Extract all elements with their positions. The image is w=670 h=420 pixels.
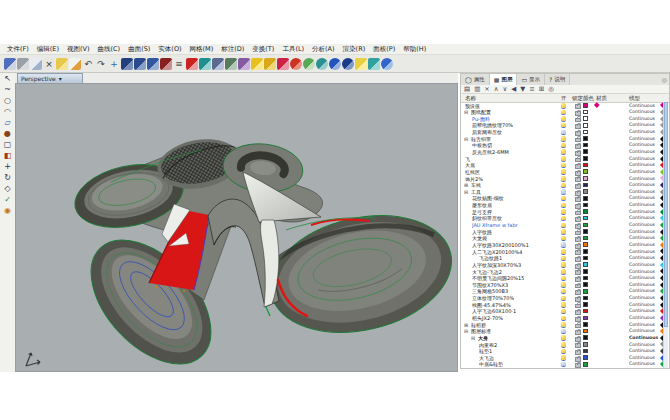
layer-color-swatch[interactable] xyxy=(583,302,588,307)
layer-color-swatch[interactable] xyxy=(583,289,588,294)
layer-on-bulb-icon[interactable] xyxy=(561,276,566,281)
move-down-icon[interactable]: ∨ xyxy=(503,85,508,93)
layer-color-swatch[interactable] xyxy=(583,116,588,121)
layer-color-swatch[interactable] xyxy=(583,269,588,274)
layer-linetype[interactable]: Continuous xyxy=(629,282,655,288)
layer-color-swatch[interactable] xyxy=(583,256,588,261)
layer-row[interactable]: 鞋垫1Continuous xyxy=(461,348,667,355)
panel-tab-图层[interactable]: ▦图层 xyxy=(490,74,518,85)
print-icon[interactable] xyxy=(17,58,29,70)
layer-row[interactable]: 红线区Continuous xyxy=(461,168,667,175)
delete-icon[interactable]: × xyxy=(43,58,55,70)
layer-on-bulb-icon[interactable] xyxy=(561,355,566,360)
layer-row[interactable]: 人字纹路30X200100%1Continuous xyxy=(461,241,667,248)
layer-lock-icon[interactable] xyxy=(575,363,581,368)
layer-color-swatch[interactable] xyxy=(583,322,588,327)
layer-on-bulb-icon[interactable] xyxy=(561,183,566,188)
layer-row[interactable]: 前帮电绣纹理70%Continuous xyxy=(461,122,667,129)
menu-item[interactable]: 工具(L) xyxy=(278,44,308,54)
layer-color-swatch[interactable] xyxy=(583,123,588,128)
menu-item[interactable]: 标注(D) xyxy=(217,44,248,54)
new-layer-icon[interactable]: ▤ xyxy=(464,85,470,93)
layer-row[interactable]: 飞边纹路1Continuous xyxy=(461,255,667,262)
expander-icon[interactable]: ⊟ xyxy=(464,189,468,195)
layer-on-bulb-icon[interactable] xyxy=(561,223,566,228)
layer-row[interactable]: 飞Continuous xyxy=(461,155,667,162)
layer-color-swatch[interactable] xyxy=(583,103,588,108)
layer-row[interactable]: 线圈-45.47%4%Continuous xyxy=(461,301,667,308)
layer-on-bulb-icon[interactable] xyxy=(561,116,566,121)
layer-row[interactable]: 楦头JX2-70%Continuous xyxy=(461,315,667,322)
delete-layer-icon[interactable]: × xyxy=(484,85,489,93)
layer-on-bulb-icon[interactable] xyxy=(561,130,566,135)
undo-icon[interactable]: ↶ xyxy=(82,58,94,70)
layer-on-bulb-icon[interactable] xyxy=(561,103,566,108)
expand-all-icon[interactable]: ⊞ xyxy=(539,85,544,93)
layer-row[interactable]: 大飞边-飞边2Continuous xyxy=(461,268,667,275)
expander-icon[interactable]: ⊞ xyxy=(464,182,468,188)
layer-on-bulb-icon[interactable] xyxy=(561,296,566,301)
menu-item[interactable]: 帮助(H) xyxy=(399,44,430,54)
panel-menu-icon[interactable]: ◎ xyxy=(662,76,667,83)
layer-on-bulb-icon[interactable] xyxy=(561,322,566,327)
layer-linetype[interactable]: Continuous xyxy=(629,129,655,135)
material-icon[interactable] xyxy=(277,58,289,70)
circle-tool-icon[interactable] xyxy=(199,58,211,70)
layer-row[interactable]: ⊟图纸配置Continuous xyxy=(461,109,667,116)
render-tool-icon[interactable]: ◉ xyxy=(2,206,13,216)
layer-material-icon[interactable] xyxy=(594,103,599,108)
viewport-tab-perspective[interactable]: Perspective ▾ xyxy=(17,73,83,83)
layer-row[interactable]: 后套网布压纹Continuous xyxy=(461,129,667,136)
collapse-icon[interactable]: ◀ xyxy=(511,85,516,93)
layer-on-bulb-icon[interactable] xyxy=(561,335,566,340)
layer-color-swatch[interactable] xyxy=(583,309,588,314)
layer-color-swatch[interactable] xyxy=(583,223,588,228)
box-icon[interactable]: ▢ xyxy=(2,140,13,150)
layer-row[interactable]: ⊟大身Continuous xyxy=(461,334,667,341)
layer-on-bulb-icon[interactable] xyxy=(561,163,566,168)
layer-color-swatch[interactable] xyxy=(583,249,588,254)
zoom-window-icon[interactable] xyxy=(121,58,133,70)
layer-color-swatch[interactable] xyxy=(583,216,588,221)
layer-color-swatch[interactable] xyxy=(583,136,588,141)
menu-item[interactable]: 渲染(R) xyxy=(339,44,370,54)
layer-linetype[interactable]: Continuous xyxy=(629,189,655,195)
select-icon[interactable]: ↖ xyxy=(2,74,13,84)
scale-tool-icon[interactable]: ◇ xyxy=(2,184,13,194)
rotate-tool-icon[interactable]: ↻ xyxy=(2,173,13,183)
layer-on-bulb-icon[interactable] xyxy=(561,329,566,334)
layer-linetype[interactable]: Continuous xyxy=(629,229,655,235)
layer-color-swatch[interactable] xyxy=(583,229,588,234)
layer-linetype[interactable]: Continuous xyxy=(629,322,655,328)
layer-color-swatch[interactable] xyxy=(583,203,588,208)
layer-row[interactable]: 人二飞边X200100%4Continuous xyxy=(461,248,667,255)
settings-icon[interactable]: ◎ xyxy=(548,85,554,93)
panel-tab-说明[interactable]: ?说明 xyxy=(545,74,570,85)
layer-row[interactable]: 人字纹路Continuous xyxy=(461,228,667,235)
layer-on-bulb-icon[interactable] xyxy=(561,123,566,128)
notes-icon[interactable] xyxy=(69,58,81,70)
layer-on-bulb-icon[interactable] xyxy=(561,189,566,194)
rotate-view-icon[interactable] xyxy=(160,58,172,70)
layer-on-bulb-icon[interactable] xyxy=(561,269,566,274)
render-globe-red-icon[interactable] xyxy=(290,58,302,70)
layer-linetype[interactable]: Continuous xyxy=(629,182,655,188)
layer-on-bulb-icon[interactable] xyxy=(561,216,566,221)
layer-color-swatch[interactable] xyxy=(583,196,588,201)
layer-row[interactable]: 中底&鞋垫Continuous xyxy=(461,361,667,368)
layer-row[interactable]: 菱形纹底Continuous xyxy=(461,202,667,209)
layer-color-swatch[interactable] xyxy=(583,209,588,214)
layer-color-swatch[interactable] xyxy=(583,176,588,181)
layer-row[interactable]: ⊟图层标准Continuous xyxy=(461,328,667,335)
layer-row[interactable]: ⊞车线Continuous xyxy=(461,182,667,189)
layer-row[interactable]: 三角网格500B3Continuous xyxy=(461,288,667,295)
layer-linetype[interactable]: Continuous xyxy=(629,255,655,261)
layer-color-swatch[interactable] xyxy=(583,296,588,301)
layer-on-bulb-icon[interactable] xyxy=(561,203,566,208)
sun-icon[interactable] xyxy=(355,58,367,70)
layer-color-swatch[interactable] xyxy=(583,149,588,154)
layer-color-swatch[interactable] xyxy=(583,143,588,148)
redo-icon[interactable]: ↷ xyxy=(95,58,107,70)
layer-on-bulb-icon[interactable] xyxy=(561,169,566,174)
render-globe-blue-icon[interactable] xyxy=(329,58,341,70)
